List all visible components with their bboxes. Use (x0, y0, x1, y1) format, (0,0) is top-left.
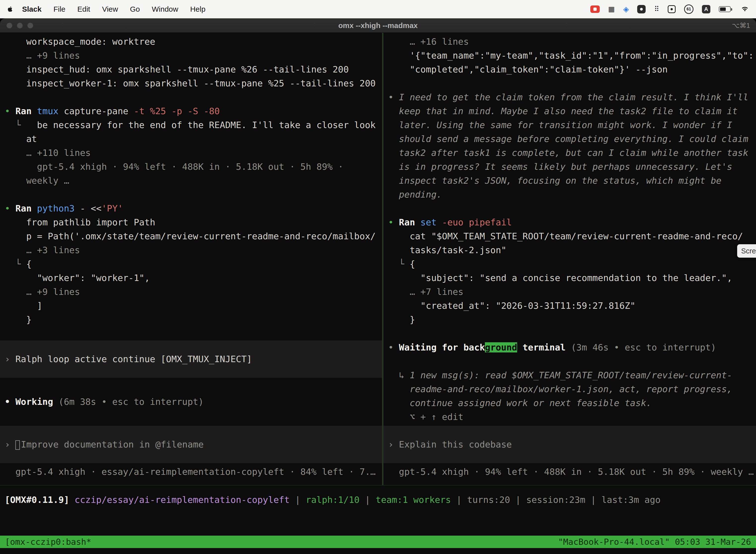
text-segment: ralph:1/10 (306, 495, 360, 505)
text-segment: inspect task2's JSON, focusing on the st… (388, 175, 721, 186)
battery-icon[interactable] (719, 6, 731, 12)
text-segment: | (510, 495, 526, 505)
text-segment: Improve documentation in @filename (21, 439, 204, 449)
text-segment: be necessary for the end of the README. … (21, 120, 376, 130)
menu-bar: Slack File Edit View Go Window Help ▦ ◈ … (0, 0, 756, 18)
text-segment: | (290, 495, 306, 505)
terminal-line: ⌥ + ↑ edit (383, 410, 756, 424)
screen-sharing-overlay[interactable]: Scre (737, 244, 756, 258)
text-segment: Waiting for back (399, 342, 485, 352)
gap (0, 409, 382, 426)
text-segment: session:23m (526, 495, 585, 505)
blue-app-icon[interactable]: ◈ (623, 4, 629, 14)
terminal-line: workspace_mode: worktree (0, 35, 382, 49)
key-icon[interactable] (668, 5, 676, 13)
text-segment: … +110 lines (5, 148, 91, 158)
text-segment: gpt-5.4 xhigh · essay/ai-reimplementatio… (5, 466, 376, 477)
text-segment: 1 new msg(s): read $OMX_TEAM_STATE_ROOT/… (410, 370, 732, 380)
gap (0, 378, 382, 395)
ran-command-set: • Ran set -euo pipefail (383, 215, 756, 229)
mailbox-message: ↳ 1 new msg(s): read $OMX_TEAM_STATE_ROO… (383, 368, 756, 382)
prompt-input[interactable]: › Explain this codebase (383, 426, 756, 463)
battery-percentage-value: 61 (687, 7, 691, 11)
text-segment: gpt-5.4 xhigh · 94% left · 488K in · 5.1… (388, 466, 754, 477)
menu-app-name[interactable]: Slack (22, 5, 42, 13)
terminal-line: "created_at": "2026-03-31T11:59:27.816Z" (383, 299, 756, 313)
gap (0, 90, 382, 104)
text-segment: └ (388, 259, 410, 269)
text-segment: { (410, 259, 415, 269)
terminal-line: p = Path('.omx/state/team/review-current… (0, 229, 382, 243)
text-segment: weekly … (5, 175, 69, 186)
terminal-line: … +16 lines (383, 35, 756, 49)
prompt-input[interactable]: › Improve documentation in @filename (0, 426, 382, 463)
pane-status-line: gpt-5.4 xhigh · 94% left · 488K in · 5.1… (383, 465, 756, 479)
terminal-line: task2 after task1 is complete, but can I… (383, 146, 756, 160)
text-segment: Ran (15, 106, 37, 116)
gap (0, 327, 382, 340)
dark-app-icon[interactable] (637, 5, 646, 13)
text-segment: cat "$OMX_TEAM_STATE_ROOT/team/review-cu… (388, 231, 743, 241)
terminal-line: › Explain this codebase (383, 438, 512, 451)
terminal-line: '{"team_name":"my-team","task_id":"1","f… (383, 49, 756, 63)
text-segment: "created_at": "2026-03-31T11:59:27.816Z" (388, 300, 635, 311)
text-segment: ↳ (388, 370, 410, 380)
text-segment: └ (5, 259, 26, 269)
window-manager-grid-icon[interactable]: ▦ (608, 4, 615, 14)
menu-window[interactable]: Window (152, 5, 178, 13)
terminal-line: readme-and-reco/mailbox/worker-1.json, a… (383, 382, 756, 396)
menu-go[interactable]: Go (130, 5, 140, 13)
input-source-letter: A (704, 6, 708, 12)
left-pane[interactable]: workspace_mode: worktree … +9 lines insp… (0, 33, 382, 485)
ran-command-python: • Ran python3 - <<'PY' (0, 202, 382, 215)
terminal-line: "worker": "worker-1", (0, 271, 382, 285)
text-segment: inspect_hud: omx sparkshell --tmux-pane … (5, 64, 349, 74)
right-pane[interactable]: … +16 lines '{"team_name":"my-team","tas… (383, 33, 756, 485)
text-segment: is in progress? It seems likely but perh… (388, 162, 732, 172)
gap (383, 354, 756, 368)
text-segment: } (5, 315, 32, 325)
terminal-line: keep that in mind. Maybe I also need the… (383, 104, 756, 118)
text-segment: workspace_mode: worktree (5, 37, 155, 47)
wifi-icon[interactable] (741, 4, 749, 14)
text-segment: … +9 lines (5, 50, 80, 61)
menu-help[interactable]: Help (190, 5, 206, 13)
terminal-window: omx --xhigh --madmax ⌥⌘1 workspace_mode:… (0, 18, 756, 554)
gap (383, 327, 756, 340)
terminal-line: from pathlib import Path (0, 215, 382, 229)
text-segment: readme-and-reco/mailbox/worker-1.json, a… (388, 384, 732, 394)
text-segment: [OMX#0.11.9] (5, 495, 75, 505)
window-titlebar[interactable]: omx --xhigh --madmax ⌥⌘1 (0, 18, 756, 33)
omx-status-line: [OMX#0.11.9] cczip/essay/ai-reimplementa… (0, 493, 756, 507)
menu-edit[interactable]: Edit (77, 5, 90, 13)
text-segment: turns:20 (467, 495, 510, 505)
terminal-line: … +3 lines (0, 243, 382, 257)
input-source-icon[interactable]: A (702, 5, 710, 13)
text-segment: › (5, 354, 15, 364)
battery-percentage-gauge-icon[interactable]: 61 (684, 4, 693, 14)
terminal-line: › Ralph loop active continue [OMX_TMUX_I… (0, 352, 252, 366)
text-segment: 'PY' (102, 203, 123, 214)
terminal-line: } (383, 313, 756, 327)
menu-view[interactable]: View (102, 5, 118, 13)
text-segment: pending. (388, 189, 442, 200)
text-segment: continue assigned work or next feasible … (388, 398, 651, 408)
terminal-line: └ be necessary for the end of the README… (0, 118, 382, 132)
screen-recording-indicator-icon[interactable] (590, 5, 600, 13)
text-segment: from pathlib import Path (5, 217, 155, 227)
terminal-line: inspect_hud: omx sparkshell --tmux-pane … (0, 63, 382, 76)
pane-status-line: gpt-5.4 xhigh · essay/ai-reimplementatio… (0, 465, 382, 479)
apple-menu-icon[interactable] (7, 6, 14, 12)
text-segment: Ralph loop active continue [OMX_TMUX_INJ… (15, 354, 252, 364)
terminal-line: … +7 lines (383, 285, 756, 299)
terminal-line: continue assigned work or next feasible … (383, 396, 756, 410)
terminal-line: › Improve documentation in @filename (0, 438, 204, 451)
menu-file[interactable]: File (53, 5, 65, 13)
text-segment: "subject": "send a concise recommendatio… (388, 273, 732, 283)
terminal-line: tasks/task-2.json" (383, 243, 756, 257)
text-segment: … +16 lines (388, 37, 469, 47)
text-segment: } (388, 315, 415, 325)
terminal-line: └ { (0, 257, 382, 271)
text-segment: python3 (37, 203, 80, 214)
dots-grid-icon[interactable]: ⠿ (654, 4, 659, 14)
